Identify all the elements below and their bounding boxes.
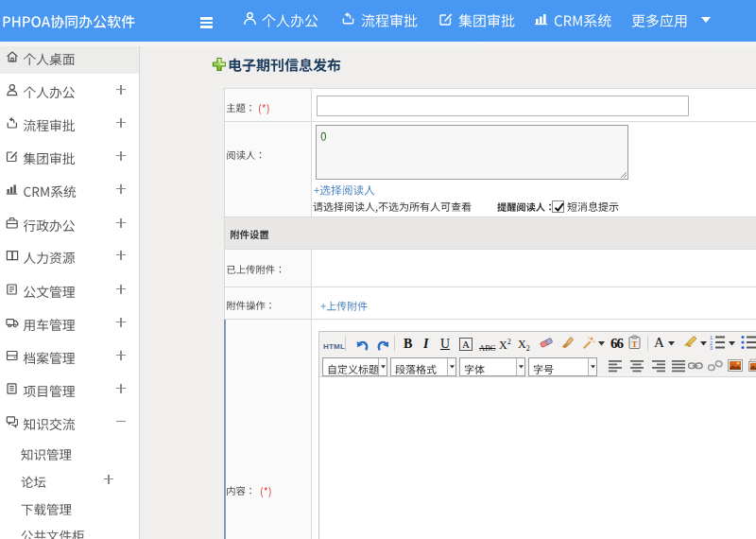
svg-text:3: 3 xyxy=(710,345,713,350)
svg-text:T: T xyxy=(631,339,637,349)
